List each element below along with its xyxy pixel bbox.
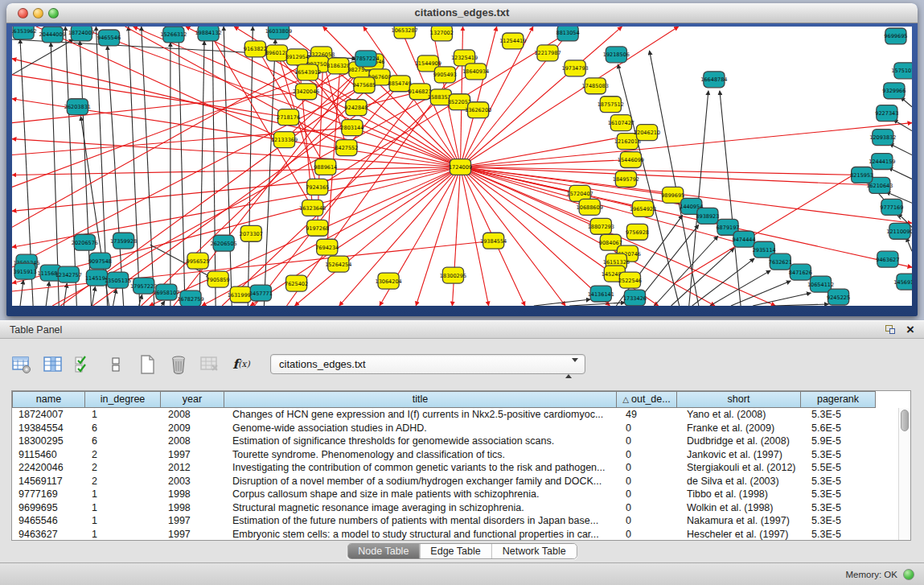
graph-node[interactable]: 9227343 bbox=[875, 105, 898, 122]
graph-node[interactable]: 7625402 bbox=[285, 275, 308, 291]
column-header-name[interactable]: name bbox=[12, 391, 85, 408]
graph-node[interactable]: 12444159 bbox=[869, 154, 895, 170]
graph-node[interactable]: 9163822 bbox=[244, 41, 267, 57]
citation-network-graph[interactable]: 9163822896012889129542322605898275051654… bbox=[12, 27, 912, 306]
graph-node[interactable]: 19654923 bbox=[630, 200, 656, 216]
delete-table-icon-disabled[interactable] bbox=[199, 355, 220, 374]
table-settings-icon[interactable] bbox=[11, 355, 32, 374]
graph-node[interactable]: 20444009 bbox=[39, 27, 66, 43]
graph-node[interactable]: 9699695 bbox=[884, 28, 907, 44]
graph-node[interactable]: 16543912 bbox=[294, 64, 321, 80]
graph-node[interactable]: 3915913 bbox=[14, 263, 37, 279]
graph-node[interactable]: 16648784 bbox=[700, 72, 727, 88]
select-rows-icon[interactable] bbox=[74, 355, 95, 374]
tab-edge-table[interactable]: Edge Table bbox=[419, 544, 491, 558]
graph-node[interactable]: 8215953 bbox=[850, 167, 873, 183]
column-header-pagerank[interactable]: pagerank bbox=[800, 391, 876, 408]
graph-node[interactable]: 2073307 bbox=[240, 225, 263, 241]
graph-node[interactable]: 9777169 bbox=[880, 199, 903, 215]
graph-node[interactable]: 1733426 bbox=[623, 290, 647, 306]
graph-node[interactable]: 22046210 bbox=[634, 125, 660, 141]
table-row[interactable]: 946362711997Embryonic stem cells: a mode… bbox=[12, 528, 898, 541]
network-canvas[interactable]: 9163822896012889129542322605898275051654… bbox=[12, 27, 912, 306]
graph-node[interactable]: 16958107 bbox=[153, 284, 179, 300]
graph-node[interactable]: 16107427 bbox=[608, 115, 634, 131]
graph-node[interactable]: 15751074 bbox=[891, 63, 912, 79]
graph-node[interactable]: 9465546 bbox=[97, 30, 121, 46]
graph-node[interactable]: 8427552 bbox=[335, 140, 358, 156]
graph-node[interactable]: 26203831 bbox=[64, 99, 91, 115]
graph-node[interactable]: 12133369 bbox=[271, 132, 298, 148]
vertical-scrollbar[interactable] bbox=[898, 408, 910, 540]
graph-node[interactable]: 9956525 bbox=[187, 253, 210, 269]
column-header-in_degree[interactable]: in_degree bbox=[84, 391, 161, 408]
graph-node[interactable]: 12110090 bbox=[886, 223, 912, 239]
graph-node[interactable]: 2803144 bbox=[340, 120, 363, 136]
graph-node[interactable]: 8186328 bbox=[326, 58, 350, 74]
graph-node[interactable]: 26206505 bbox=[211, 235, 237, 251]
graph-node[interactable]: 9245225 bbox=[827, 289, 850, 305]
graph-node[interactable]: 9097548 bbox=[88, 253, 112, 269]
column-chooser-icon[interactable] bbox=[105, 355, 126, 374]
graph-node[interactable]: 12093832 bbox=[869, 130, 896, 146]
graph-node[interactable]: 15446099 bbox=[618, 152, 644, 168]
graph-node[interactable]: 8912954 bbox=[285, 49, 309, 65]
graph-node[interactable]: 18807293 bbox=[588, 218, 614, 234]
graph-node[interactable]: 16033809 bbox=[265, 27, 292, 39]
graph-node[interactable]: 1724009 bbox=[449, 159, 472, 175]
graph-node[interactable]: 2522546 bbox=[618, 272, 642, 288]
table-row[interactable]: 969969511998Structural magnetic resonanc… bbox=[12, 501, 898, 515]
graph-node[interactable]: 19218506 bbox=[603, 47, 630, 63]
graph-node[interactable]: 2718176 bbox=[277, 109, 300, 126]
delete-column-icon[interactable] bbox=[168, 355, 189, 374]
table-row[interactable]: 1938455462009Genome-wide association stu… bbox=[12, 422, 898, 435]
scrollbar-thumb[interactable] bbox=[901, 410, 909, 431]
graph-node[interactable]: 18640934 bbox=[462, 64, 489, 80]
table-row[interactable]: 1830029562008Estimation of significance … bbox=[12, 435, 898, 448]
graph-node[interactable]: 9197268 bbox=[306, 220, 329, 236]
graph-node[interactable]: 9242848 bbox=[344, 100, 368, 116]
graph-node[interactable]: 7924365 bbox=[306, 179, 329, 195]
graph-node[interactable]: 17359928 bbox=[110, 233, 137, 249]
table-row[interactable]: 977716911998Corpus callosum shape and si… bbox=[12, 488, 898, 501]
table-row[interactable]: 1456911722003Disruption of a novel membe… bbox=[12, 475, 898, 488]
graph-node[interactable]: 8938923 bbox=[696, 208, 719, 224]
graph-node[interactable]: 8813054 bbox=[556, 27, 580, 41]
graph-node[interactable]: 7694234 bbox=[315, 239, 339, 255]
graph-node[interactable]: 7905859 bbox=[207, 271, 230, 287]
graph-node[interactable]: 16323648 bbox=[299, 200, 326, 216]
graph-node[interactable]: 18495792 bbox=[613, 171, 639, 187]
graph-node[interactable]: 15264254 bbox=[325, 256, 351, 272]
graph-node[interactable]: 16782759 bbox=[177, 290, 203, 306]
tab-node-table[interactable]: Node Table bbox=[347, 544, 419, 558]
graph-node[interactable]: 23420046 bbox=[293, 84, 319, 100]
column-header-title[interactable]: title bbox=[224, 391, 617, 408]
graph-node[interactable]: 16353962 bbox=[12, 27, 37, 39]
graph-node[interactable]: 9474444 bbox=[733, 231, 756, 247]
graph-node[interactable]: 8471626 bbox=[789, 264, 812, 280]
tab-network-table[interactable]: Network Table bbox=[491, 544, 577, 558]
graph-node[interactable]: 20206576 bbox=[72, 234, 98, 250]
graph-node[interactable]: 13626200 bbox=[465, 102, 491, 118]
graph-node[interactable]: 18724007 bbox=[68, 27, 95, 41]
graph-node[interactable]: 1327002 bbox=[430, 27, 454, 41]
graph-node[interactable]: 13505135 bbox=[105, 272, 131, 288]
table-row[interactable]: 946554611997Estimation of the future num… bbox=[12, 514, 898, 528]
table-row[interactable]: 911546021997Tourette syndrome. Phenomeno… bbox=[12, 448, 898, 462]
graph-node[interactable]: 10653287 bbox=[392, 27, 418, 39]
graph-node[interactable]: 14136141 bbox=[588, 286, 614, 302]
graph-node[interactable]: 19734793 bbox=[562, 60, 589, 76]
graph-node[interactable]: 10688609 bbox=[577, 199, 603, 215]
graph-node[interactable]: 18300295 bbox=[440, 267, 466, 283]
close-panel-icon[interactable]: × bbox=[906, 324, 914, 336]
graph-node[interactable]: 9463627 bbox=[876, 251, 899, 267]
graph-node[interactable]: 3457771 bbox=[249, 285, 273, 301]
graph-node[interactable]: 12342757 bbox=[55, 266, 82, 282]
graph-node[interactable]: 7632621 bbox=[769, 253, 792, 270]
graph-node[interactable]: 11254419 bbox=[499, 33, 526, 49]
graph-node[interactable]: 9329966 bbox=[882, 83, 906, 99]
graph-node[interactable]: 19884132 bbox=[195, 27, 221, 41]
show-column-icon[interactable] bbox=[43, 355, 64, 374]
float-panel-icon[interactable] bbox=[884, 324, 897, 336]
graph-node[interactable]: 15266312 bbox=[160, 27, 187, 43]
